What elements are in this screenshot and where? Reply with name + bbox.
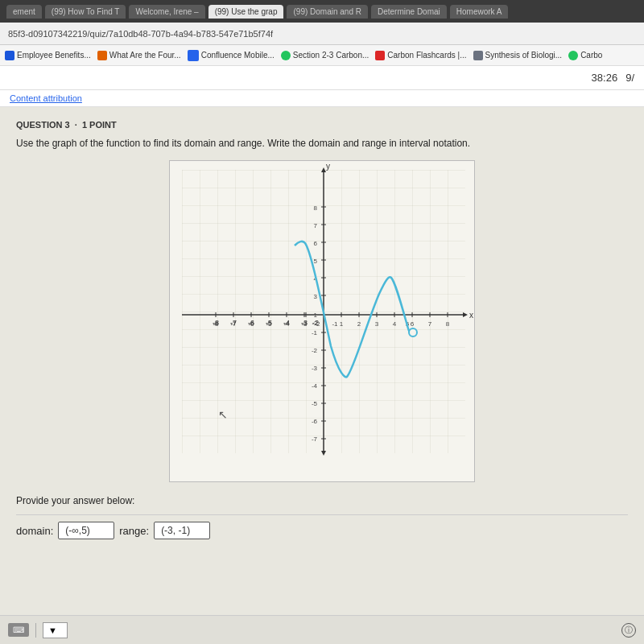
svg-text:-6: -6 [312,418,318,425]
question-text: Use the graph of the function to find it… [16,136,628,151]
timer-extra: 9/ [625,72,634,84]
cursor-indicator: ↖ [218,408,228,421]
bookmark-synthesis[interactable]: Synthesis of Biologi... [473,51,563,60]
svg-text:-2: -2 [314,320,320,328]
range-input[interactable]: (-3, -1) [154,522,210,539]
keyboard-button[interactable]: ⌨ [8,623,29,637]
tab-homework[interactable]: Homework A [450,5,509,19]
svg-text:7: 7 [428,320,432,328]
bottom-bar: ⌨ ▼ ⓘ [0,615,644,644]
tab-use-graph[interactable]: (99) Use the grap [208,5,284,19]
open-circle-endpoint [409,328,417,336]
svg-text:-3: -3 [301,320,308,328]
svg-text:1: 1 [314,312,318,319]
tab-howto[interactable]: (99) How To Find T [45,5,126,19]
dropdown-button[interactable]: ▼ [43,622,68,638]
svg-text:-1: -1 [312,329,318,336]
tab-determine[interactable]: Determine Domai [371,5,447,19]
bookmark-carbon-icon [375,51,385,60]
bookmark-carbo-icon [568,51,578,60]
domain-input[interactable]: (-∞,5) [58,522,114,539]
graph-container: x y -8 -7 -6 -5 -4 -3 -2 -8 -7 -6 -5 -4 … [16,160,628,482]
browser-tabs: ement (99) How To Find T Welcome, Irene … [0,0,644,23]
timer-bar: 38:26 9/ [0,66,644,90]
svg-text:-2: -2 [312,347,318,354]
info-icon[interactable]: ⓘ [621,623,636,638]
svg-text:-7: -7 [312,436,318,443]
question-number: QUESTION 3 [16,120,70,130]
svg-text:2: 2 [357,320,361,328]
svg-text:-4: -4 [283,320,290,328]
tab-domain[interactable]: (99) Domain and R [287,5,367,19]
x-axis-label: x [469,311,473,320]
separator [35,623,36,638]
svg-text:3: 3 [375,320,379,328]
tab-welcome[interactable]: Welcome, Irene – [129,5,204,19]
bookmark-whatare-icon [97,51,107,60]
range-label: range: [119,525,149,537]
main-content: QUESTION 3 · 1 POINT Use the graph of th… [0,107,644,642]
svg-text:-5: -5 [312,400,318,407]
provide-answer-label: Provide your answer below: [16,495,628,506]
svg-text:1: 1 [340,320,344,328]
tab-ement[interactable]: ement [6,5,42,19]
bookmark-confluence[interactable]: Confluence Mobile... [188,50,275,61]
svg-text:-3: -3 [312,365,318,372]
svg-text:-8: -8 [213,320,219,328]
address-bar[interactable]: 85f3-d09107342219/quiz/7a10db48-707b-4a9… [0,23,644,45]
bookmark-synthesis-icon [473,51,483,60]
svg-text:-5: -5 [266,320,272,328]
bookmark-section-icon [281,51,291,60]
svg-text:5: 5 [314,258,318,265]
y-axis-label: y [326,162,330,171]
svg-text:-4: -4 [312,382,318,390]
svg-text:-6: -6 [248,320,254,328]
answer-row: domain: (-∞,5) range: (-3, -1) [16,522,628,539]
svg-text:8: 8 [446,320,450,328]
bookmark-carbo[interactable]: Carbo [568,51,602,60]
bookmarks-bar: Employee Benefits... What Are the Four..… [0,45,644,66]
graph-svg: x y -8 -7 -6 -5 -4 -3 -2 -8 -7 -6 -5 -4 … [169,160,475,482]
bookmark-carbon-flashcards[interactable]: Carbon Flashcards |... [375,51,466,60]
bookmark-employee-icon [5,51,14,60]
bookmark-section[interactable]: Section 2-3 Carbon... [281,51,369,60]
svg-text:8: 8 [314,204,318,212]
svg-text:6: 6 [411,320,415,328]
svg-text:-7: -7 [230,320,237,328]
question-header: QUESTION 3 · 1 POINT [16,120,628,130]
address-text: 85f3-d09107342219/quiz/7a10db48-707b-4a9… [8,29,273,39]
question-points: 1 POINT [82,120,117,130]
svg-text:7: 7 [314,222,318,229]
timer-display: 38:26 [592,72,618,84]
svg-text:6: 6 [314,240,318,247]
content-attribution-link[interactable]: Content attribution [0,90,644,107]
bookmark-whatare[interactable]: What Are the Four... [97,51,181,60]
svg-text:-1: -1 [332,320,338,328]
svg-text:4: 4 [393,320,397,328]
domain-label: domain: [16,525,53,537]
bookmark-confluence-icon [188,50,199,61]
svg-text:3: 3 [314,293,318,300]
bookmark-employee[interactable]: Employee Benefits... [5,51,91,60]
